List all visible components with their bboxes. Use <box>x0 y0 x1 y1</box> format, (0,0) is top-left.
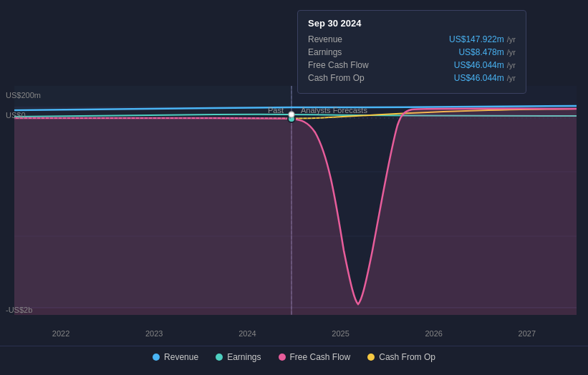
revenue-dot <box>153 354 160 361</box>
tooltip-row-earnings: Earnings US$8.478m/yr <box>308 47 516 57</box>
tooltip-row-cashop: Cash From Op US$46.044m/yr <box>308 73 516 83</box>
x-label-2026: 2026 <box>425 329 442 338</box>
tooltip-row-revenue: Revenue US$147.922m/yr <box>308 34 516 44</box>
tooltip-value-revenue: US$147.922m/yr <box>444 34 516 44</box>
tooltip-value-fcf: US$46.044m/yr <box>444 60 516 70</box>
legend-item-earnings[interactable]: Earnings <box>216 352 261 362</box>
earnings-dot <box>216 354 223 361</box>
legend: Revenue Earnings Free Cash Flow Cash Fro… <box>0 346 588 368</box>
x-label-2025: 2025 <box>332 329 349 338</box>
y-label-top: US$200m <box>6 91 41 99</box>
tooltip-date: Sep 30 2024 <box>308 18 516 29</box>
past-label: Past <box>268 106 284 115</box>
x-label-2027: 2027 <box>519 329 536 338</box>
tooltip-value-cashop: US$46.044m/yr <box>444 73 516 83</box>
legend-label-earnings: Earnings <box>227 352 261 362</box>
svg-point-10 <box>289 112 294 117</box>
chart-container: US$200m US$0 -US$2b Past Analysts Foreca… <box>0 0 588 375</box>
legend-label-fcf: Free Cash Flow <box>290 352 351 362</box>
cashop-dot <box>367 354 375 361</box>
tooltip-label-revenue: Revenue <box>308 34 387 44</box>
x-label-2023: 2023 <box>145 329 163 338</box>
tooltip-label-earnings: Earnings <box>308 47 387 57</box>
tooltip-value-earnings: US$8.478m/yr <box>444 47 516 57</box>
tooltip-label-fcf: Free Cash Flow <box>308 60 387 70</box>
tooltip-row-fcf: Free Cash Flow US$46.044m/yr <box>308 60 516 70</box>
legend-item-revenue[interactable]: Revenue <box>153 352 198 362</box>
fcf-dot <box>279 354 286 361</box>
x-label-2022: 2022 <box>52 329 69 338</box>
x-label-2024: 2024 <box>238 329 256 338</box>
tooltip-label-cashop: Cash From Op <box>308 73 387 83</box>
legend-item-fcf[interactable]: Free Cash Flow <box>279 352 351 362</box>
y-label-zero: US$0 <box>6 111 26 120</box>
legend-label-revenue: Revenue <box>164 352 198 362</box>
tooltip: Sep 30 2024 Revenue US$147.922m/yr Earni… <box>297 10 526 94</box>
legend-item-cashop[interactable]: Cash From Op <box>367 352 435 362</box>
legend-label-cashop: Cash From Op <box>379 352 435 362</box>
y-label-bottom: -US$2b <box>6 306 32 314</box>
analysts-label: Analysts Forecasts <box>301 106 367 115</box>
x-axis: 2022 2023 2024 2025 2026 2027 <box>0 329 588 338</box>
